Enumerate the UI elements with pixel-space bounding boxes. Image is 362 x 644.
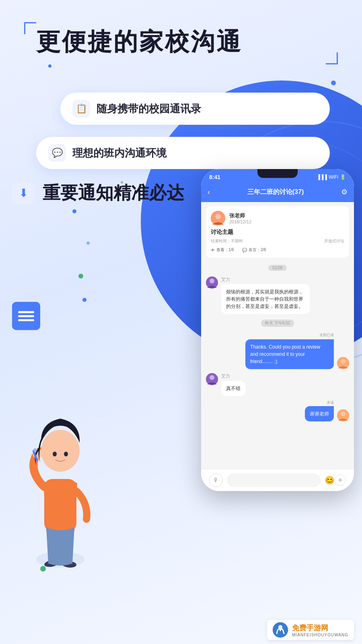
watermark-text: 免费手游网 MIANFEISHOUYOUWANG — [292, 623, 348, 637]
svg-point-11 — [33, 448, 37, 452]
end-time: 结束时间：不限时 — [211, 238, 243, 244]
aili-avatar-2 — [206, 373, 218, 385]
message-left-2: 艾力 真不错 — [206, 373, 349, 396]
dot-6 — [82, 298, 86, 302]
eye-icon: 👁 — [211, 248, 215, 252]
wifi-icon: WiFi — [329, 174, 338, 180]
svg-point-17 — [341, 359, 346, 364]
msg-bubble-1: 烦恼的根源，其实就是我执的根源，所有的痛苦都来自于一种自我和世界的分别，甚至是虚… — [221, 284, 310, 314]
read-status: 全部已读 — [319, 332, 334, 338]
msg-sender-2: 艾力 — [221, 373, 245, 379]
view-count: 查看：1/6 — [216, 247, 234, 253]
svg-point-7 — [41, 430, 80, 472]
svg-point-8 — [53, 452, 57, 456]
dot-4 — [78, 274, 83, 279]
user-avatar-1 — [337, 357, 349, 369]
view-stat: 👁 查看：1/6 — [211, 247, 234, 253]
mic-button[interactable]: 🎙 — [209, 473, 223, 487]
reply-count: 发言：2/6 — [249, 247, 266, 253]
phone-screen: 8:41 ▐▐▐ WiFi 🔋 ‹ 三年二班的讨论(37) ⚙ — [201, 169, 354, 491]
watermark-logo — [273, 622, 288, 638]
doc-line-3 — [18, 319, 34, 321]
chat-small-icon: 💬 — [242, 248, 247, 252]
svg-point-9 — [64, 452, 68, 456]
msg-bubble-right-1: Thanks. Could you post a review and reco… — [245, 339, 334, 369]
svg-point-15 — [210, 279, 214, 283]
watermark-name: 免费手游网 — [292, 623, 348, 633]
svg-point-23 — [278, 625, 282, 629]
feature-1-text: 随身携带的校园通讯录 — [97, 102, 201, 116]
signal-icon: ▐▐▐ — [317, 174, 327, 180]
msg-bubble-right-2: 谢谢老师 — [305, 406, 334, 421]
teacher-header: 张老师 2018/12/12 — [211, 211, 344, 225]
dot-1 — [331, 80, 336, 85]
teacher-date: 2018/12/12 — [229, 219, 251, 224]
status-time: 8:41 — [209, 174, 220, 180]
svg-point-19 — [210, 375, 214, 380]
dot-3 — [72, 209, 76, 213]
feature-2-text: 理想的班内沟通环境 — [72, 146, 167, 160]
chat-area: 张老师 2018/12/12 讨论主题 结束时间：不限时 开放式讨论 👁 查看：… — [201, 202, 354, 469]
watermark: 免费手游网 MIANFEISHOUYOUWANG — [267, 620, 354, 640]
status-icons: ▐▐▐ WiFi 🔋 — [317, 174, 346, 180]
doc-lines — [18, 311, 34, 321]
discussion-meta: 结束时间：不限时 开放式讨论 — [211, 238, 344, 244]
dot-5 — [86, 242, 90, 245]
unread-badge: 未读 — [327, 400, 334, 405]
msg-content-2: 艾力 真不错 — [221, 373, 245, 396]
phone-notch — [257, 169, 298, 178]
teacher-card: 张老师 2018/12/12 讨论主题 结束时间：不限时 开放式讨论 👁 查看：… — [206, 206, 349, 258]
msg-content-1: 艾力 烦恼的根源，其实就是我执的根源，所有的痛苦都来自于一种自我和世界的分别，甚… — [221, 277, 310, 314]
teacher-name: 张老师 — [229, 212, 251, 219]
girl-illustration — [0, 390, 121, 592]
user-avatar-2 — [337, 409, 349, 421]
feature-pill-2: 💬 理想的班内沟通环境 — [36, 137, 330, 169]
notification-icon: ⬇ — [12, 182, 35, 204]
msg-sender-1: 艾力 — [221, 277, 310, 283]
feature-pill-1: 📋 随身携带的校园通讯录 — [60, 93, 330, 125]
watermark-url: MIANFEISHOUYOUWANG — [292, 633, 348, 637]
message-left-1: 艾力 烦恼的根源，其实就是我执的根源，所有的痛苦都来自于一种自我和世界的分别，甚… — [206, 277, 349, 314]
doc-line-2 — [18, 315, 34, 317]
dot-9 — [48, 64, 51, 68]
document-icon — [12, 302, 40, 330]
discussion-stats: 👁 查看：1/6 💬 发言：2/6 — [211, 247, 344, 253]
discussion-mode: 开放式讨论 — [324, 238, 344, 244]
teacher-info: 张老师 2018/12/12 — [229, 212, 251, 224]
chat-title: 三年二班的讨论(37) — [247, 188, 304, 196]
msg-bubble-2: 真不错 — [221, 381, 245, 396]
battery-icon: 🔋 — [340, 174, 346, 180]
chat-icon: 💬 — [48, 144, 66, 162]
message-right-1: 全部已读 Thanks. Could you post a review and… — [206, 332, 349, 369]
date-separator-2: 昨天 下午6:02 — [261, 320, 294, 327]
feature-large-3: ⬇ 重要通知精准必达 — [12, 181, 184, 205]
svg-point-13 — [215, 214, 221, 219]
bracket-bottom-right — [326, 52, 338, 64]
chat-bottom-bar[interactable]: 🎙 😊 + — [201, 469, 354, 491]
add-button[interactable]: + — [335, 475, 346, 486]
page-title: 更便捷的家校沟通 — [36, 26, 242, 58]
message-right-2: 未读 谢谢老师 — [206, 400, 349, 421]
feature-3-text: 重要通知精准必达 — [43, 181, 184, 205]
message-input[interactable] — [227, 473, 321, 487]
contacts-icon: 📋 — [72, 100, 90, 118]
date-separator: 01/08 — [268, 265, 286, 271]
phone-mockup: 8:41 ▐▐▐ WiFi 🔋 ‹ 三年二班的讨论(37) ⚙ — [201, 169, 354, 491]
aili-avatar-1 — [206, 277, 218, 289]
emoji-button[interactable]: 😊 — [325, 475, 335, 485]
doc-line-1 — [18, 311, 34, 313]
settings-icon: ⚙ — [341, 188, 348, 196]
teacher-avatar — [211, 211, 225, 225]
reply-stat: 💬 发言：2/6 — [242, 247, 266, 253]
svg-point-21 — [341, 411, 346, 416]
bracket-top-left — [24, 22, 36, 34]
chat-header: ‹ 三年二班的讨论(37) ⚙ — [201, 184, 354, 202]
discussion-title: 讨论主题 — [211, 229, 344, 236]
back-icon: ‹ — [208, 188, 210, 196]
